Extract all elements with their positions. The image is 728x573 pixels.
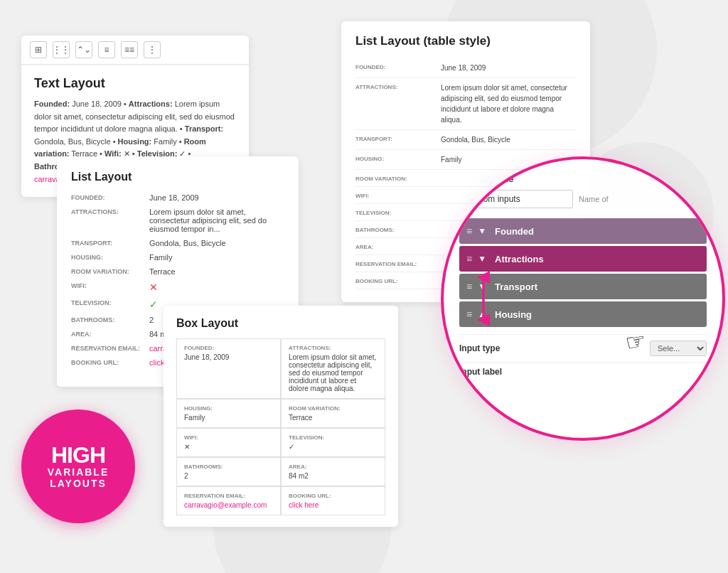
chevron-attractions: ▼ xyxy=(478,254,486,264)
box-cell-label-bathrooms: BATHROOMS: xyxy=(184,464,273,470)
box-cell-label-roomvar: ROOM VARIATION: xyxy=(289,405,378,412)
input-label-row: Input label xyxy=(459,362,707,381)
name-of-label: Name of xyxy=(579,195,609,203)
group-name-input[interactable] xyxy=(459,190,573,208)
list-label-housing: HOUSING: xyxy=(71,253,149,262)
box-cell-label-booking: BOOKING URL: xyxy=(289,493,378,499)
box-layout-card: Box Layout FOUNDED: June 18, 2009 ATTRAC… xyxy=(164,306,398,527)
card-toolbar: ⊞ ⋮⋮ ⌃⌄ ≡ ≡≡ ⋮ xyxy=(21,36,249,65)
box-cell-label-tv: TELEVISION: xyxy=(289,434,378,441)
list-label-booking: BOOKING URL: xyxy=(71,358,149,367)
list-label-attractions: ATTRACTIONS: xyxy=(71,208,149,233)
table-row-founded: FOUNDED: June 18, 2009 xyxy=(355,58,576,78)
table-label-housing: HOUSING: xyxy=(355,154,441,165)
box-cell-label-wifi: WIFI: xyxy=(184,434,273,441)
box-cell-value-bathrooms: 2 xyxy=(184,472,273,480)
drag-label-transport: Transport xyxy=(495,282,700,292)
group-name-label: Group name xyxy=(459,173,707,184)
chevron-housing: ▲ xyxy=(478,309,486,319)
input-type-label: Input type xyxy=(459,343,500,353)
box-cell-bathrooms: BATHROOMS: 2 xyxy=(176,457,281,486)
group-name-row: Name of xyxy=(459,190,707,208)
list-label-tv: TELEVISION: xyxy=(71,299,149,310)
list-label-area: AREA: xyxy=(71,330,149,338)
toolbar-justify-btn[interactable]: ≡≡ xyxy=(121,41,138,58)
drag-label-housing: Housing xyxy=(495,309,700,320)
box-cell-value-booking: click here xyxy=(289,501,378,509)
list-layout-title: List Layout xyxy=(71,171,284,183)
drag-row-founded[interactable]: ≡ ▼ Founded xyxy=(459,218,707,244)
box-grid: FOUNDED: June 18, 2009 ATTRACTIONS: Lore… xyxy=(176,338,385,515)
toolbar-sort-btn[interactable]: ⌃⌄ xyxy=(75,41,92,58)
input-label-text: Input label xyxy=(459,367,502,377)
list-row-transport: TRANSPORT: Gondola, Bus, Bicycle xyxy=(71,239,284,247)
input-type-select[interactable]: Sele... xyxy=(650,341,707,356)
box-email-link[interactable]: carravagio@example.com xyxy=(184,501,267,509)
table-label-wifi2: WIFI: xyxy=(355,191,441,199)
table-label-booking2: BOOKING URL: xyxy=(355,277,441,284)
box-cell-value-tv: ✓ xyxy=(289,443,378,451)
list-value-roomvar: Terrace xyxy=(149,267,284,276)
box-cell-value-email: carravagio@example.com xyxy=(184,501,273,509)
toolbar-drag-btn[interactable]: ⋮⋮ xyxy=(53,41,70,58)
table-label-roomvar2: ROOM VARIATION: xyxy=(355,174,441,182)
table-row-attractions: ATTRACTIONS: Lorem ipsum dolor sit amet,… xyxy=(355,78,576,130)
toolbar-align-btn[interactable]: ≡ xyxy=(98,41,115,58)
table-label-founded: FOUNDED: xyxy=(355,63,441,73)
group-panel-overlay: Group name Name of ≡ ▼ Founded ≡ ▼ Attra… xyxy=(441,156,725,441)
table-style-title: List Layout (table style) xyxy=(355,34,576,48)
table-row-transport: TRANSPORT: Gondola, Bus, Bicycle xyxy=(355,130,576,150)
toolbar-more-btn[interactable]: ⋮ xyxy=(144,41,161,58)
list-row-founded: FOUNDED: June 18, 2009 xyxy=(71,193,284,202)
drag-row-attractions[interactable]: ≡ ▼ Attractions xyxy=(459,246,707,272)
drag-row-housing[interactable]: ≡ ▲ Housing xyxy=(459,301,707,327)
list-row-roomvar: ROOM VARIATION: Terrace xyxy=(71,267,284,276)
box-booking-link[interactable]: click here xyxy=(289,501,318,509)
table-label-area2: AREA: xyxy=(355,242,441,250)
drag-row-transport[interactable]: ≡ ▼ Transport xyxy=(459,274,707,299)
box-cell-founded: FOUNDED: June 18, 2009 xyxy=(176,338,281,399)
drag-handle-transport: ≡ xyxy=(466,281,472,292)
drag-label-founded: Founded xyxy=(495,226,700,237)
box-cell-value-roomvar: Terrace xyxy=(289,414,378,422)
chevron-transport: ▼ xyxy=(478,282,486,291)
box-cell-roomvar: ROOM VARIATION: Terrace xyxy=(281,399,385,428)
box-cell-housing: HOUSING: Family xyxy=(176,399,281,428)
box-cell-booking: BOOKING URL: click here xyxy=(281,486,385,515)
box-cell-value-wifi: ✕ xyxy=(184,443,273,451)
box-cell-area: AREA: 84 m2 xyxy=(281,457,385,486)
list-value-wifi: ✕ xyxy=(149,282,284,293)
drag-label-attractions: Attractions xyxy=(495,254,700,264)
list-value-founded: June 18, 2009 xyxy=(149,193,284,202)
box-cell-label-area: AREA: xyxy=(289,464,378,470)
drag-handle-attractions: ≡ xyxy=(466,253,472,264)
list-value-attractions: Lorem ipsum dolor sit amet, consectetur … xyxy=(149,208,284,233)
list-label-email: RESERVATION EMAIL: xyxy=(71,344,149,353)
table-label-transport: TRANSPORT: xyxy=(355,134,441,145)
box-cell-attractions: ATTRACTIONS: Lorem ipsum dolor sit amet,… xyxy=(281,338,385,399)
list-label-roomvar: ROOM VARIATION: xyxy=(71,267,149,276)
box-cell-label-founded: FOUNDED: xyxy=(184,345,273,351)
list-row-housing: HOUSING: Family xyxy=(71,253,284,262)
badge-variable-text: VARIABLE xyxy=(48,466,109,478)
box-cell-label-attractions: ATTRACTIONS: xyxy=(289,345,378,351)
text-layout-title: Text Layout xyxy=(34,76,236,91)
box-cell-value-founded: June 18, 2009 xyxy=(184,353,273,361)
toolbar-grid-btn[interactable]: ⊞ xyxy=(30,41,47,58)
badge-high-text: HIGH xyxy=(51,444,105,466)
list-label-bathrooms: BATHROOMS: xyxy=(71,316,149,324)
box-cell-tv: TELEVISION: ✓ xyxy=(281,428,385,457)
list-label-transport: TRANSPORT: xyxy=(71,239,149,247)
table-value-transport: Gondola, Bus, Bicycle xyxy=(441,134,576,145)
list-row-attractions: ATTRACTIONS: Lorem ipsum dolor sit amet,… xyxy=(71,208,284,233)
group-panel-content: Group name Name of ≡ ▼ Founded ≡ ▼ Attra… xyxy=(444,159,722,438)
box-cell-value-attractions: Lorem ipsum dolor sit amet, consectetur … xyxy=(289,353,378,392)
chevron-founded: ▼ xyxy=(478,226,486,236)
drag-handle-founded: ≡ xyxy=(466,225,472,237)
box-cell-label-email: RESERVATION EMAIL: xyxy=(184,493,273,499)
box-cell-value-housing: Family xyxy=(184,414,273,422)
box-cell-value-area: 84 m2 xyxy=(289,472,378,480)
box-cell-wifi: WIFI: ✕ xyxy=(176,428,281,457)
table-label-tv2: TELEVISION: xyxy=(355,208,441,216)
box-cell-email: RESERVATION EMAIL: carravagio@example.co… xyxy=(176,486,281,515)
